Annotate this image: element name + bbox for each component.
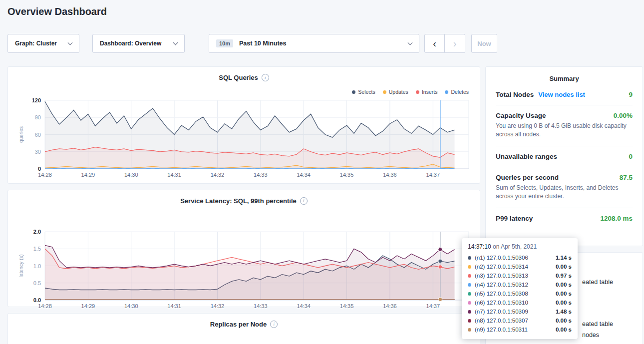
capacity-usage-description: You are using 0 B of 4.5 GiB usable disk… <box>496 122 633 139</box>
svg-text:latency (s): latency (s) <box>18 254 24 277</box>
svg-text:14:28: 14:28 <box>38 172 52 178</box>
tooltip-node-row: (n8) 127.0.0.1:503070.00 s <box>468 316 572 325</box>
node-color-dot-icon <box>468 301 471 305</box>
replicas-chart-title: Replicas per Node <box>210 321 267 328</box>
svg-text:30: 30 <box>35 149 41 155</box>
node-color-dot-icon <box>468 256 471 260</box>
service-latency-chart-title: Service Latency: SQL, 99th percentile <box>180 197 297 205</box>
svg-text:14:32: 14:32 <box>211 303 225 309</box>
dashboard-selector-label: Dashboard: Overview <box>100 40 161 47</box>
node-color-dot-icon <box>468 292 471 296</box>
node-address-label: (n6) 127.0.0.1:50310 <box>475 300 528 306</box>
node-color-dot-icon <box>468 274 471 278</box>
queries-per-second-description: Sum of Selects, Updates, Inserts, and De… <box>496 184 633 201</box>
legend-dot-icon <box>352 90 355 94</box>
node-address-label: (n8) 127.0.0.1:50307 <box>475 318 528 324</box>
chevron-right-icon: › <box>453 38 457 49</box>
tooltip-node-row: (n6) 127.0.0.1:503100.00 s <box>468 298 572 307</box>
info-icon[interactable]: i <box>262 74 269 81</box>
svg-text:14:30: 14:30 <box>124 172 138 178</box>
svg-text:0: 0 <box>38 166 41 172</box>
node-address-label: (n7) 127.0.0.1:50309 <box>475 309 528 315</box>
svg-text:14:35: 14:35 <box>340 303 354 309</box>
view-nodes-list-link[interactable]: View nodes list <box>538 91 585 98</box>
svg-text:queries: queries <box>18 126 24 143</box>
chevron-left-icon: ‹ <box>433 38 436 49</box>
node-latency-value: 0.00 s <box>556 282 572 288</box>
time-next-button[interactable]: › <box>445 34 465 53</box>
info-icon[interactable]: i <box>270 321 278 328</box>
svg-text:14:34: 14:34 <box>297 172 311 178</box>
legend-item[interactable]: Inserts <box>416 89 438 95</box>
svg-text:14:29: 14:29 <box>81 303 95 309</box>
legend-dot-icon <box>383 90 386 94</box>
svg-text:14:31: 14:31 <box>167 172 181 178</box>
svg-text:14:33: 14:33 <box>254 172 268 178</box>
node-latency-value: 0.00 s <box>556 291 572 297</box>
node-latency-value: 0.00 s <box>556 327 572 333</box>
tooltip-node-row: (n1) 127.0.0.1:503061.14 s <box>468 253 572 262</box>
event-text-fragment: eated table <box>582 279 613 286</box>
dashboard-selector-dropdown[interactable]: Dashboard: Overview <box>92 34 185 53</box>
tooltip-node-row: (n7) 127.0.0.1:503091.48 s <box>468 307 572 316</box>
legend-item[interactable]: Updates <box>383 89 408 95</box>
tooltip-node-row: (n5) 127.0.0.1:503080.00 s <box>468 289 572 298</box>
capacity-usage-value: 0.00% <box>614 112 633 119</box>
svg-text:2.0: 2.0 <box>33 229 41 235</box>
p99-latency-label: P99 latency <box>496 215 533 222</box>
now-button[interactable]: Now <box>471 34 497 53</box>
node-latency-value: 0.00 s <box>556 264 572 270</box>
page-title: Overview Dashboard <box>7 6 107 17</box>
time-range-label: Past 10 Minutes <box>239 40 286 47</box>
capacity-usage-label: Capacity Usage <box>496 112 546 119</box>
sql-queries-chart-title: SQL Queries <box>219 74 258 81</box>
tooltip-node-row: (n4) 127.0.0.1:503120.00 s <box>468 280 572 289</box>
time-range-selector[interactable]: 10m Past 10 Minutes <box>209 34 419 53</box>
svg-text:1.0: 1.0 <box>33 263 41 269</box>
time-nav-group: ‹ › <box>424 34 465 53</box>
legend-dot-icon <box>445 90 448 94</box>
summary-item-queries-per-second: Queries per second 87.5 Sum of Selects, … <box>496 167 633 208</box>
charts-column: SQL Queries i SelectsUpdatesInsertsDelet… <box>7 66 480 344</box>
tooltip-timestamp: 14:37:10 on Apr 5th, 2021 <box>468 243 572 250</box>
tooltip-node-rows: (n1) 127.0.0.1:503061.14 s(n2) 127.0.0.1… <box>468 253 572 334</box>
svg-text:14:36: 14:36 <box>383 303 397 309</box>
node-color-dot-icon <box>468 310 471 314</box>
summary-item-unavailable-ranges: Unavailable ranges 0 <box>496 146 633 167</box>
svg-text:0.0: 0.0 <box>33 297 41 303</box>
legend-item[interactable]: Selects <box>352 89 375 95</box>
node-address-label: (n5) 127.0.0.1:50308 <box>475 291 528 297</box>
svg-text:14:32: 14:32 <box>211 172 225 178</box>
service-latency-card: Service Latency: SQL, 99th percentile i … <box>7 190 480 307</box>
service-latency-chart[interactable]: 14:2814:2914:3014:3114:3214:3314:3414:35… <box>16 227 473 313</box>
chevron-down-icon <box>68 40 73 45</box>
node-color-dot-icon <box>468 265 471 269</box>
sql-queries-chart[interactable]: 14:2814:2914:3014:3114:3214:3314:3414:35… <box>16 95 473 181</box>
graph-selector-label: Graph: Cluster <box>15 40 57 47</box>
summary-item-capacity-usage: Capacity Usage 0.00% You are using 0 B o… <box>496 105 633 146</box>
svg-text:60: 60 <box>35 132 41 138</box>
node-latency-value: 0.97 s <box>556 273 572 279</box>
node-address-label: (n1) 127.0.0.1:50306 <box>475 255 528 261</box>
info-icon[interactable]: i <box>300 197 308 205</box>
chevron-down-icon <box>408 40 413 45</box>
time-prev-button[interactable]: ‹ <box>424 34 445 53</box>
svg-text:0.5: 0.5 <box>33 280 41 286</box>
svg-text:14:36: 14:36 <box>383 172 397 178</box>
event-text-fragment: nodes <box>582 332 599 339</box>
tooltip-node-row: (n2) 127.0.0.1:503140.00 s <box>468 262 572 271</box>
p99-latency-value: 1208.0 ms <box>600 215 633 222</box>
node-color-dot-icon <box>468 319 471 323</box>
unavailable-ranges-label: Unavailable ranges <box>496 153 557 160</box>
legend-item[interactable]: Deletes <box>445 89 469 95</box>
summary-title: Summary <box>496 75 633 82</box>
event-text-fragment: eated table <box>582 321 613 328</box>
node-address-label: (n3) 127.0.0.1:50313 <box>475 273 528 279</box>
summary-item-p99-latency: P99 latency 1208.0 ms <box>496 208 633 229</box>
summary-card: Summary Total Nodes View nodes list 9 Ca… <box>485 66 643 246</box>
svg-text:14:29: 14:29 <box>81 172 95 178</box>
graph-selector-dropdown[interactable]: Graph: Cluster <box>7 34 79 53</box>
svg-text:14:30: 14:30 <box>124 303 138 309</box>
node-latency-value: 0.00 s <box>556 300 572 306</box>
queries-per-second-value: 87.5 <box>620 174 633 181</box>
